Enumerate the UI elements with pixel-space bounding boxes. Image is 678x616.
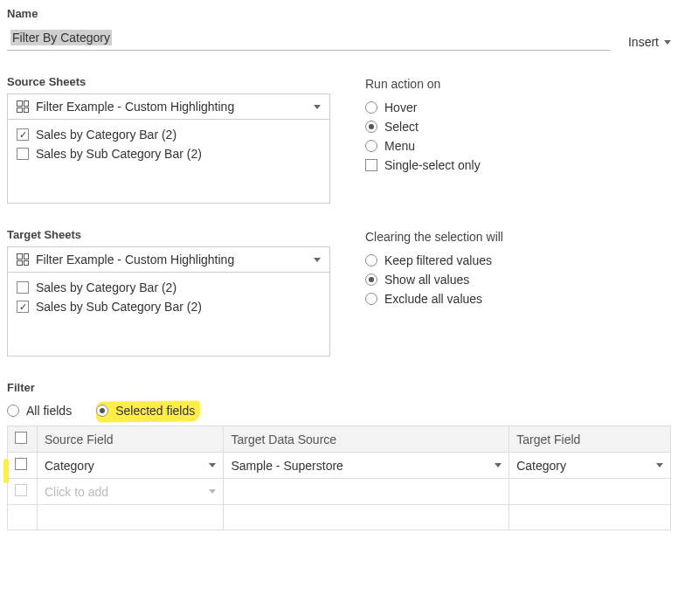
- target-sheet-item[interactable]: Sales by Category Bar (2): [17, 278, 321, 297]
- checkbox-icon[interactable]: ✓: [17, 301, 29, 313]
- chevron-down-icon: [314, 258, 321, 262]
- radio-icon[interactable]: [7, 405, 19, 417]
- run-action-label: Run action on: [365, 77, 671, 91]
- insert-button[interactable]: Insert: [628, 35, 671, 51]
- dashboard-icon: [17, 100, 29, 113]
- name-value: Filter By Category: [10, 30, 112, 45]
- insert-label: Insert: [628, 35, 659, 49]
- radio-icon[interactable]: [365, 101, 377, 114]
- header-checkbox-cell[interactable]: [8, 426, 38, 453]
- run-action-select[interactable]: Select: [365, 117, 671, 136]
- radio-icon[interactable]: [365, 273, 377, 286]
- single-select-checkbox[interactable]: Single-select only: [365, 156, 671, 175]
- filter-label: Filter: [7, 381, 671, 394]
- source-sheets-dropdown[interactable]: Filter Example - Custom Highlighting: [7, 93, 330, 120]
- table-row[interactable]: Category Sample - Superstore Category: [8, 453, 671, 479]
- target-sheets-label: Target Sheets: [7, 228, 330, 241]
- radio-label: All fields: [26, 404, 72, 418]
- checkbox-icon[interactable]: [15, 484, 27, 496]
- radio-icon[interactable]: [365, 140, 377, 152]
- list-item-label: Sales by Sub Category Bar (2): [36, 147, 202, 161]
- list-item-label: Sales by Category Bar (2): [36, 280, 176, 294]
- checkbox-icon[interactable]: [15, 458, 27, 470]
- radio-label: Keep filtered values: [384, 253, 492, 267]
- filter-all-fields[interactable]: All fields: [7, 401, 72, 420]
- name-label: Name: [7, 7, 671, 20]
- radio-label: Selected fields: [115, 404, 195, 418]
- cell-value: Sample - Superstore: [231, 459, 342, 473]
- table-row-add[interactable]: Click to add: [8, 479, 671, 505]
- target-sheets-dd-value: Filter Example - Custom Highlighting: [36, 253, 307, 266]
- clearing-keep[interactable]: Keep filtered values: [365, 251, 671, 270]
- filter-selected-fields[interactable]: Selected fields: [96, 401, 195, 420]
- chevron-down-icon: [664, 40, 671, 45]
- run-action-hover[interactable]: Hover: [365, 98, 671, 117]
- checkbox-icon[interactable]: [365, 159, 377, 171]
- highlight-annotation: Selected fields: [115, 404, 195, 418]
- highlight-annotation: [3, 459, 9, 483]
- radio-label: Select: [384, 120, 419, 134]
- list-item-label: Sales by Sub Category Bar (2): [36, 300, 202, 314]
- run-action-menu[interactable]: Menu: [365, 136, 671, 156]
- cell-value: Category: [516, 459, 566, 473]
- dashboard-icon: [17, 253, 29, 266]
- target-sheets-dropdown[interactable]: Filter Example - Custom Highlighting: [7, 246, 330, 273]
- source-sheets-label: Source Sheets: [7, 75, 330, 88]
- col-source-field: Source Field: [38, 426, 224, 453]
- radio-label: Exclude all values: [384, 292, 482, 306]
- table-row-empty: [8, 505, 671, 530]
- source-sheets-dd-value: Filter Example - Custom Highlighting: [36, 100, 307, 114]
- checkbox-label: Single-select only: [384, 158, 481, 172]
- checkbox-icon[interactable]: ✓: [17, 128, 29, 141]
- add-placeholder: Click to add: [45, 485, 108, 499]
- source-sheets-list: ✓ Sales by Category Bar (2) Sales by Sub…: [7, 120, 330, 204]
- radio-icon[interactable]: [365, 293, 377, 305]
- source-field-dropdown[interactable]: Category: [45, 459, 216, 473]
- radio-label: Menu: [384, 139, 415, 153]
- checkbox-icon[interactable]: [15, 432, 27, 444]
- cell-value: Category: [45, 459, 94, 473]
- source-sheet-item[interactable]: ✓ Sales by Category Bar (2): [17, 125, 321, 144]
- chevron-down-icon: [495, 463, 502, 467]
- target-sheets-list: Sales by Category Bar (2) ✓ Sales by Sub…: [7, 273, 330, 356]
- checkbox-icon[interactable]: [17, 148, 29, 160]
- radio-icon[interactable]: [365, 254, 377, 266]
- source-sheet-item[interactable]: Sales by Sub Category Bar (2): [17, 144, 321, 163]
- list-item-label: Sales by Category Bar (2): [36, 128, 176, 142]
- clearing-label: Clearing the selection will: [365, 230, 671, 244]
- checkbox-icon[interactable]: [17, 281, 29, 294]
- radio-label: Hover: [384, 100, 417, 114]
- chevron-down-icon: [656, 463, 663, 467]
- radio-label: Show all values: [384, 273, 469, 287]
- target-field-dropdown[interactable]: Category: [516, 459, 663, 473]
- chevron-down-icon: [209, 463, 216, 467]
- col-target-ds: Target Data Source: [224, 426, 509, 453]
- chevron-down-icon: [314, 105, 321, 109]
- clearing-exclude[interactable]: Exclude all values: [365, 289, 671, 308]
- radio-icon[interactable]: [365, 121, 377, 133]
- name-input[interactable]: Filter By Category: [7, 25, 611, 51]
- clearing-show[interactable]: Show all values: [365, 270, 671, 289]
- target-sheet-item[interactable]: ✓ Sales by Sub Category Bar (2): [17, 297, 321, 316]
- filter-fields-table: Source Field Target Data Source Target F…: [7, 426, 671, 530]
- add-field-dropdown[interactable]: Click to add: [45, 485, 216, 499]
- chevron-down-icon: [209, 489, 216, 494]
- target-ds-dropdown[interactable]: Sample - Superstore: [231, 459, 502, 473]
- col-target-field: Target Field: [509, 426, 671, 453]
